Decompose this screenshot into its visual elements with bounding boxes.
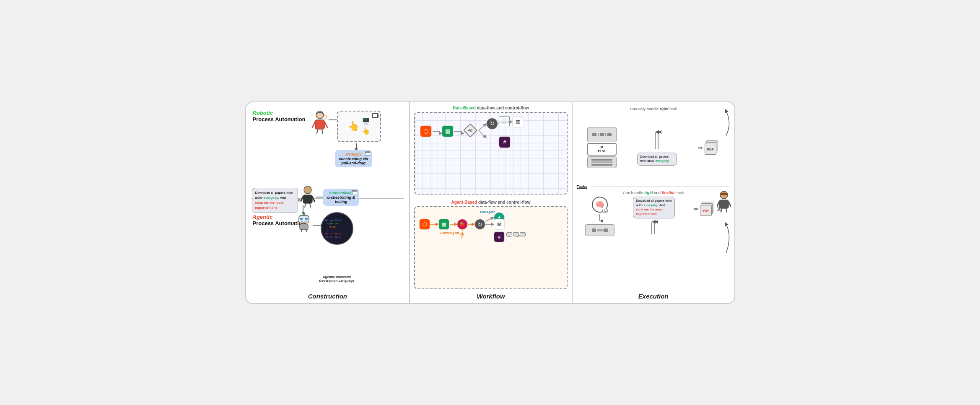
tasks-divider-row: Tasks <box>577 184 730 189</box>
agent-based-red: Agent-Based <box>451 200 477 205</box>
exec-bottom-title: Can handle rigid and flexible task <box>577 190 730 195</box>
construction-column: Robotic Process Automation <box>246 102 410 303</box>
exec-top-title: Can only handle rigid task <box>577 106 730 111</box>
robotic-icons-box: 👆 🖥️ 👆 <box>337 111 381 142</box>
workflow-col-label: Workflow <box>414 291 568 301</box>
svg-line-51 <box>721 208 722 213</box>
execution-col-label: Execution <box>577 291 730 301</box>
svg-line-11 <box>310 203 311 208</box>
svg-line-2 <box>312 122 315 127</box>
brain-down-arrow <box>597 214 603 223</box>
double-arrow-bottom: ⇒ <box>693 205 698 212</box>
data-agent-label: DataAgent <box>480 210 495 213</box>
end-person-figure <box>717 191 731 214</box>
robotic-person-figure <box>312 111 328 135</box>
sync-icon-ab: ↻ <box>474 219 485 230</box>
gmail-icon-rb: ✉ <box>512 116 524 128</box>
manually-box: Manually constructing viapull-and-drag <box>335 150 373 167</box>
speech-bubble: Download all papers from arXiv everyday.… <box>252 188 298 213</box>
svg-line-9 <box>312 197 315 202</box>
svg-line-22 <box>479 124 486 130</box>
auto-label: Automatically <box>329 191 353 195</box>
bubble-tail <box>298 198 301 202</box>
bubble-send-red: send me the most important one <box>255 201 284 210</box>
double-arrow-top: ⇒ <box>698 144 703 151</box>
agent-based-workflow: Agent-Based data-flow and control-flow ⬡ <box>414 200 568 291</box>
robot-figure <box>296 212 311 234</box>
execution-column: Can only handle rigid task IFELSE <box>573 102 734 303</box>
exec-bottom-everyday: everyday <box>644 203 658 207</box>
construction-col-label: Construction <box>251 291 404 301</box>
exec-top-content: IFELSE <box>577 113 730 183</box>
bottom-flow-nodes <box>506 232 526 236</box>
svg-line-23 <box>479 130 486 138</box>
exec-bottom-left: 🧠 AI <box>585 197 614 236</box>
code-sphere: def workflow(): agent.run( "task" ) data… <box>321 212 353 245</box>
svg-rect-48 <box>719 200 729 208</box>
tasks-label: Tasks <box>577 184 587 189</box>
execution-bottom: Can handle rigid and flexible task 🧠 AI <box>577 190 730 291</box>
svg-point-16 <box>305 218 308 220</box>
main-diagram: Robotic Process Automation <box>245 101 735 304</box>
execution-top: Can only handle rigid task IFELSE <box>577 106 730 184</box>
auto-desc: orchestrating &testing <box>327 195 355 204</box>
exec-bubble-everyday: everyday <box>655 159 669 163</box>
up-arrows-bottom <box>650 220 658 236</box>
exec-flexible-label: flexible <box>662 190 676 195</box>
ai-brain-icon: 🧠 AI <box>592 197 608 213</box>
exec-top-bubble: Download all papers from arXiv everyday <box>637 153 677 166</box>
svg-point-15 <box>300 218 303 220</box>
if-else-block: IFELSE <box>587 143 617 156</box>
robotic-mini-icons: 🖥️ 👆 <box>362 117 370 135</box>
svg-line-50 <box>729 202 731 207</box>
workflow-panel-bottom <box>585 224 614 236</box>
exec-bottom-content: 🧠 AI <box>577 197 730 290</box>
awdl-label: Agentic Workflow Description Language <box>318 275 356 283</box>
control-agent-label: ControlAgent <box>440 231 459 234</box>
slack-icon-ab: # <box>494 231 505 242</box>
svg-line-3 <box>324 122 327 127</box>
ai-label: AI <box>602 209 608 213</box>
manually-desc: constructing viapull-and-drag <box>339 157 368 165</box>
browser-mini-icon <box>365 151 370 156</box>
exec-bottom-send: send me the most important one <box>636 208 663 216</box>
exec-rigid-label: rigid <box>660 106 669 111</box>
stacked-docs-top: PDF <box>705 140 720 156</box>
monitor-icon-small <box>372 113 379 118</box>
svg-rect-1 <box>315 120 324 129</box>
stacked-docs-bottom: PDF <box>700 201 715 217</box>
robotic-down-arrow <box>355 143 358 151</box>
tasks-line <box>590 187 730 187</box>
workflow-stacks-top: IFELSE <box>587 127 617 168</box>
manually-label: Manually <box>345 152 362 156</box>
svg-rect-7 <box>303 195 312 203</box>
rule-based-rest: data-flow and control-flow <box>476 106 529 110</box>
up-arrows-top <box>653 130 661 151</box>
svg-line-10 <box>305 203 306 208</box>
svg-line-4 <box>317 129 318 134</box>
exec-top-right: ⇒ PDF <box>698 140 720 156</box>
doc-icon-rb-top: 📄 <box>499 116 510 126</box>
rule-based-workflow: Rule-Based data-flow and control-flow ⬡ … <box>414 106 568 197</box>
svg-line-19 <box>306 230 307 232</box>
exec-bottom-bubble: Download all papers from arXiv everyday.… <box>633 197 675 218</box>
workflow-divider <box>414 199 568 199</box>
server-block <box>587 156 617 168</box>
agent-based-rest: data-flow and control-flow <box>477 200 530 205</box>
rb-flow-arrows <box>415 113 567 194</box>
svg-line-49 <box>717 202 719 207</box>
workflow-column: Rule-Based data-flow and control-flow ⬡ … <box>410 102 573 303</box>
browser-mini-icon2 <box>352 190 357 194</box>
rule-based-green: Rule-Based <box>453 106 476 110</box>
svg-line-18 <box>301 230 302 232</box>
svg-line-52 <box>726 208 727 213</box>
slack-icon-rb: # <box>499 136 511 148</box>
ab-flow-svg <box>415 207 567 288</box>
svg-line-34 <box>485 217 494 221</box>
gmail-icon-ab: ✉ <box>494 219 505 230</box>
robotic-green-label: Robotic <box>253 110 404 116</box>
click-icon: 👆 <box>348 121 359 132</box>
svg-rect-17 <box>300 224 308 230</box>
svg-point-13 <box>303 213 305 215</box>
rule-based-title: Rule-Based data-flow and control-flow <box>414 106 568 110</box>
